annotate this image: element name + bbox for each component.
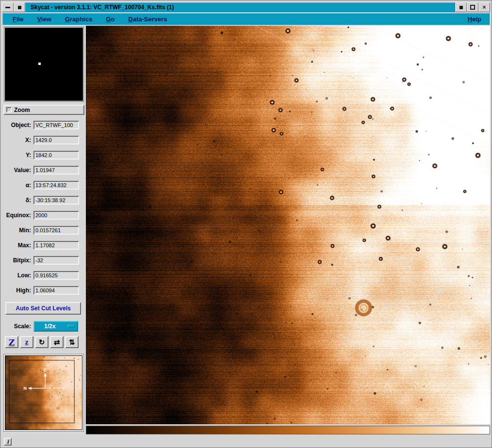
form-row: Y: [2,151,85,160]
form-row: Bitpix: [2,256,85,265]
low-input[interactable] [33,271,79,280]
iconify-icon [18,6,21,9]
auto-set-cut-levels-button[interactable]: Auto Set Cut Levels [5,302,81,315]
form-row: α: [2,181,85,190]
menu-file[interactable]: File [6,16,30,23]
menu-help[interactable]: Help [461,16,486,23]
statusbar: i [2,437,490,446]
flip-y-icon[interactable]: ⇅ [65,336,79,348]
zoom-toggle-row: Zoom [3,105,84,115]
high-label: High: [2,287,33,294]
min-label: Min: [2,227,33,234]
zoom-in-button[interactable]: Z [5,336,18,348]
zoom-checkbox[interactable] [6,107,12,112]
zoom-checkbox-label: Zoom [14,107,30,113]
value-label: Value: [2,167,33,174]
y-label: Y: [2,152,33,159]
skycat-window: Skycat - version 3.1.1: VC_RTWF_100704_K… [0,0,492,448]
y-input[interactable] [33,151,79,160]
dec-label: δ: [2,197,33,204]
titlebar: Skycat - version 3.1.1: VC_RTWF_100704_K… [2,2,490,12]
minimize-button[interactable] [455,2,467,12]
minimize-icon [459,6,463,9]
x-input[interactable] [33,136,79,144]
close-icon: × [482,4,486,11]
min-input[interactable] [33,226,79,235]
low-label: Low: [2,272,33,279]
menu-graphics[interactable]: Graphics [58,16,99,23]
dec-input[interactable] [33,196,79,205]
max-input[interactable] [33,241,79,250]
flip-x-icon[interactable]: ⇄ [50,336,64,348]
scale-row: Scale: 1/2x [2,320,85,332]
form-row: Equinox: [2,211,85,220]
bitpix-label: Bitpix: [2,257,33,264]
equinox-input[interactable] [33,211,79,220]
pan-canvas[interactable] [5,356,82,430]
zoom-out-button[interactable]: z [20,336,33,348]
form-row: Object: [2,121,85,129]
info-icon: i [7,439,9,445]
colorbar[interactable] [86,426,490,434]
image-viewport[interactable] [86,26,490,424]
menubar: File View Graphics Go Data-Servers Help [2,13,490,25]
window-title: Skycat - version 3.1.1: VC_RTWF_100704_K… [25,2,455,12]
form-row: δ: [2,196,85,205]
max-label: Max: [2,242,33,249]
object-label: Object: [2,122,33,128]
main-image-canvas[interactable] [86,26,490,424]
form-row: High: [2,286,85,295]
iconify-button[interactable] [14,2,25,12]
value-input[interactable] [33,166,79,175]
zoom-preview-marker [38,62,41,65]
form-row: Max: [2,241,85,250]
x-label: X: [2,137,33,144]
scale-label: Scale: [2,323,33,330]
maximize-icon [470,5,475,10]
form-row: Low: [2,271,85,280]
pan-window[interactable] [4,354,83,431]
object-input[interactable] [33,121,79,129]
window-menu-icon [5,7,10,8]
equinox-label: Equinox: [2,212,33,219]
high-input[interactable] [33,286,79,295]
maximize-button[interactable] [467,2,478,12]
zoom-preview [4,27,83,101]
zoom-toolbar: Z z ↻ ⇄ ⇅ [5,336,79,348]
info-button[interactable]: i [4,438,12,446]
ra-label: α: [2,182,33,189]
menu-data-servers[interactable]: Data-Servers [121,16,174,23]
menu-go[interactable]: Go [99,16,121,23]
form-row: X: [2,136,85,144]
control-panel: Zoom Object: X: Y: Value: α: [2,26,85,437]
form-row: Min: [2,226,85,235]
close-button[interactable]: × [478,2,490,12]
window-menu-button[interactable] [2,2,14,12]
menu-view[interactable]: View [30,16,58,23]
scale-dropdown[interactable]: 1/2x [33,321,78,332]
form-row: Value: [2,166,85,175]
ra-input[interactable] [33,181,79,190]
bitpix-input[interactable] [33,256,79,265]
scale-value: 1/2x [44,323,55,330]
info-panel: Object: X: Y: Value: α: δ: [2,121,85,301]
scale-dropdown-indicator [67,325,75,328]
rotate-icon[interactable]: ↻ [35,336,49,348]
